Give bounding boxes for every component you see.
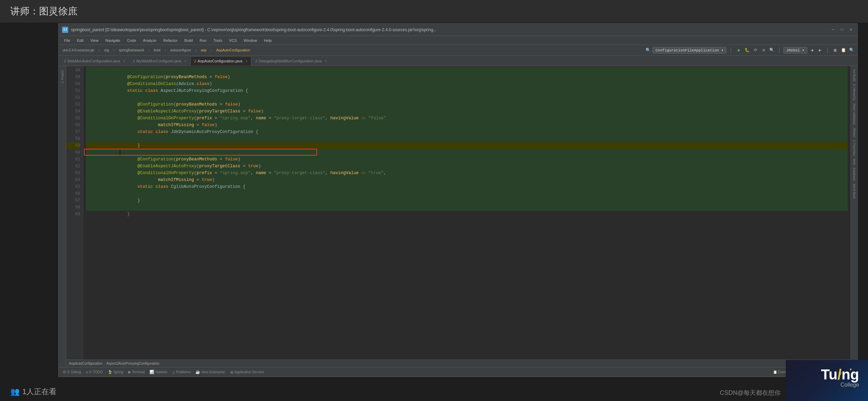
- tab-webmvc[interactable]: J WebMvcAutoConfiguration.java ×: [60, 56, 129, 66]
- status-problems[interactable]: △ Problems: [170, 369, 192, 375]
- toolbar-jar: ure-2.4.0-sources.jar: [61, 48, 96, 53]
- toolbar-search-btn[interactable]: 🔍: [644, 47, 652, 54]
- sidebar-favorites[interactable]: 2: Favorites: [853, 140, 856, 156]
- close-button[interactable]: ✕: [848, 27, 854, 33]
- status-java-enterprise[interactable]: ☕ Java Enterprise: [193, 369, 227, 375]
- toolbar-aop[interactable]: aop: [199, 48, 209, 53]
- breadcrumb-bar: AopAutoConfiguration › AspectJAutoProxyi…: [66, 360, 851, 367]
- toolbar-btn-7[interactable]: 📋: [840, 47, 847, 54]
- menu-help[interactable]: Help: [261, 38, 275, 43]
- toolbar-btn-8[interactable]: 🔍: [848, 47, 855, 54]
- editor-area[interactable]: 48 49 50 51 52 53 54 55 56 57 58 59 60 6…: [66, 66, 851, 367]
- sidebar-wordbook[interactable]: Word Book: [853, 184, 856, 199]
- menu-code[interactable]: Code: [124, 38, 139, 43]
- debug-button[interactable]: 🐛: [744, 47, 751, 54]
- code-line-58: }: [86, 135, 848, 142]
- minimize-button[interactable]: ─: [830, 27, 836, 33]
- app-icon: IJ: [62, 27, 68, 33]
- window-controls: ─ □ ✕: [830, 27, 854, 33]
- menu-navigate[interactable]: Navigate: [103, 38, 123, 43]
- statistic-label: Statistic: [155, 370, 167, 374]
- code-line-66: }: [86, 190, 848, 197]
- status-debug[interactable]: ⚙ 5: Debug: [61, 369, 83, 375]
- run-button[interactable]: ▶: [735, 47, 743, 54]
- config-dropdown[interactable]: ConfigurationFileApplication ▾: [652, 47, 726, 53]
- sidebar-hierarchy[interactable]: 8: Hierarchy: [853, 84, 856, 101]
- menu-tools[interactable]: Tools: [210, 38, 225, 43]
- toolbar-btn-4[interactable]: ◀: [808, 47, 816, 54]
- code-line-52: @Configuration(proxyBeanMethods = false): [86, 94, 848, 101]
- menu-run[interactable]: Run: [197, 38, 209, 43]
- menu-refactor[interactable]: Refactor: [160, 38, 180, 43]
- breadcrumb-class[interactable]: AopAutoConfiguration: [69, 362, 103, 365]
- menu-analyze[interactable]: Analyze: [140, 38, 159, 43]
- status-todo[interactable]: ≡ 6: TODO: [84, 369, 105, 375]
- jrebel-dropdown[interactable]: JRebel ▾: [783, 47, 808, 53]
- toolbar-btn-6[interactable]: ▦: [831, 47, 839, 54]
- code-line-67: [86, 197, 848, 204]
- menu-view[interactable]: View: [88, 38, 101, 43]
- toolbar-btn-5[interactable]: ▶: [816, 47, 824, 54]
- title-text: springboot_parent [D:\ideaworkspace\java…: [71, 27, 830, 32]
- left-sidebar: 1: Project: [59, 66, 66, 367]
- tabs-bar: J WebMvcAutoConfiguration.java × J MyWeb…: [59, 56, 857, 66]
- code-editor[interactable]: @Configuration(proxyBeanMethods = false)…: [83, 66, 851, 360]
- sidebar-project[interactable]: 1: Project: [61, 70, 64, 83]
- code-line-69: [86, 211, 848, 218]
- toolbar-class[interactable]: AopAutoConfiguration: [214, 48, 252, 53]
- toolbar-btn-3[interactable]: 🔍: [768, 47, 776, 54]
- toolbar-autoconfigure[interactable]: autoconfigure: [168, 48, 193, 53]
- sidebar-jrebel[interactable]: JRebel: [853, 127, 856, 137]
- instructor-label: 讲师：图灵徐庶: [10, 6, 77, 16]
- tab-mymvc[interactable]: J MyWebMvcConfigurer.java ×: [129, 56, 190, 66]
- toolbar-btn-2[interactable]: ⚙: [760, 47, 768, 54]
- right-sidebar: Ant Build 8: Hierarchy Bean Validation J…: [851, 66, 857, 367]
- code-line-48: @Configuration(proxyBeanMethods = false): [86, 67, 848, 74]
- toolbar: ure-2.4.0-sources.jar › org › springfram…: [59, 45, 857, 56]
- code-container: 48 49 50 51 52 53 54 55 56 57 58 59 60 6…: [66, 66, 851, 360]
- menu-build[interactable]: Build: [182, 38, 195, 43]
- toolbar-springframework[interactable]: springframework: [117, 48, 146, 53]
- page-header: 讲师：图灵徐庶: [0, 0, 868, 23]
- maximize-button[interactable]: □: [839, 27, 845, 33]
- menu-vcs[interactable]: VCS: [226, 38, 240, 43]
- toolbar-boot[interactable]: boot: [152, 48, 162, 53]
- code-line-60: @Configuration(proxyBeanMethods = false): [86, 149, 848, 156]
- main-area: 1: Project 48 49 50 51 52 53 54 55 56 57…: [59, 66, 857, 367]
- breadcrumb-inner[interactable]: AspectJAutoProxyingConfiguration: [106, 362, 159, 365]
- menu-file[interactable]: File: [61, 38, 73, 43]
- college-text: College: [821, 382, 859, 388]
- tab-delegating[interactable]: J DelegatingWebMvcConfiguration.java ×: [251, 56, 330, 66]
- code-line-59: [86, 142, 848, 149]
- sidebar-ant-build[interactable]: Ant Build: [853, 69, 856, 81]
- status-spring[interactable]: 🍃 Spring: [106, 369, 125, 375]
- ide-window: IJ springboot_parent [D:\ideaworkspace\j…: [58, 23, 858, 377]
- toolbar-org[interactable]: org: [102, 48, 111, 53]
- tu-slash: /: [837, 366, 842, 382]
- csdn-label: CSDN@每天都在想你: [720, 389, 781, 397]
- status-app-servers[interactable]: 🖥 Application Servers: [228, 369, 266, 375]
- status-terminal[interactable]: ▶ Terminal: [126, 369, 147, 375]
- viewer-text: 1人正在看: [22, 387, 57, 397]
- code-line-68: }: [86, 204, 848, 211]
- viewer-count: 👥 1人正在看: [10, 387, 57, 397]
- menu-edit[interactable]: Edit: [74, 38, 86, 43]
- toolbar-btn-1[interactable]: ⟳: [752, 47, 759, 54]
- tu-logo: Tu/ng: [821, 367, 859, 382]
- menu-window[interactable]: Window: [241, 38, 260, 43]
- tab-aop[interactable]: J AopAutoConfiguration.java ×: [190, 56, 251, 66]
- branding-panel: ★ ★ ★ Tu/ng College: [786, 360, 868, 401]
- line-numbers: 48 49 50 51 52 53 54 55 56 57 58 59 60 6…: [66, 66, 83, 360]
- sidebar-web[interactable]: Web: [853, 159, 856, 165]
- sidebar-database[interactable]: Database: [853, 168, 856, 181]
- status-statistic[interactable]: 📊 Statistic: [147, 369, 169, 375]
- title-bar: IJ springboot_parent [D:\ideaworkspace\j…: [59, 24, 857, 36]
- viewer-icon: 👥: [10, 387, 20, 396]
- sidebar-bean-validation[interactable]: Bean Validation: [853, 104, 856, 125]
- menu-bar: File Edit View Navigate Code Analyze Ref…: [59, 36, 857, 45]
- status-bar: ⚙ 5: Debug ≡ 6: TODO 🍃 Spring ▶ Terminal…: [59, 367, 857, 377]
